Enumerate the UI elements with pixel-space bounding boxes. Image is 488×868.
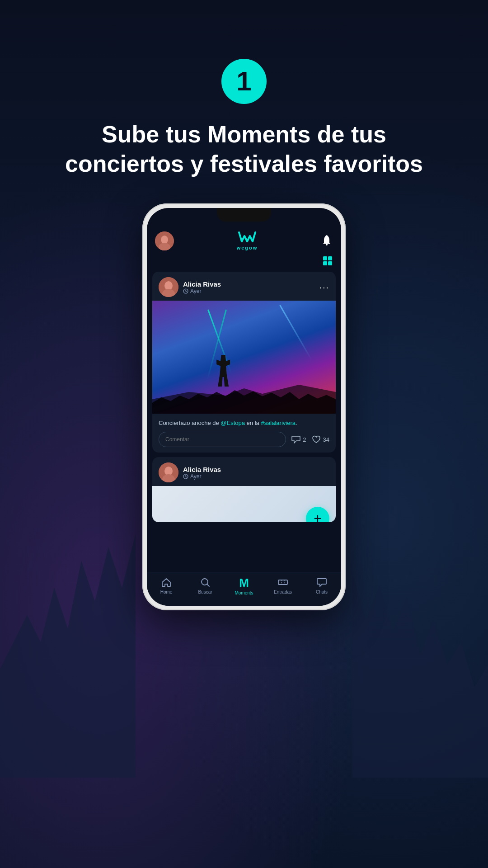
search-icon <box>200 577 211 588</box>
add-moment-button[interactable]: + <box>306 507 329 522</box>
nav-item-search[interactable]: Buscar <box>192 577 219 594</box>
post-card-1: Alicia Rivas Ayer ··· <box>152 272 336 453</box>
comment-input[interactable] <box>159 432 286 447</box>
phone-mockup: wegow <box>142 203 346 610</box>
phone-screen: wegow <box>147 208 341 606</box>
nav-item-home[interactable]: Home <box>153 577 180 594</box>
post-2-avatar[interactable] <box>159 462 178 482</box>
comment-icon <box>291 435 300 443</box>
phone-notch <box>217 208 271 222</box>
post-2-image: + <box>152 486 336 522</box>
bottom-nav: Home Buscar M Moments <box>147 572 341 606</box>
heart-icon <box>312 435 321 443</box>
grid-view-button[interactable] <box>322 255 333 268</box>
svg-rect-5 <box>328 256 332 260</box>
svg-point-3 <box>326 244 328 245</box>
wegow-label: wegow <box>237 245 258 250</box>
wegow-logo: wegow <box>237 231 258 250</box>
nav-label-home: Home <box>160 590 173 594</box>
post-1-actions: 2 34 <box>159 432 329 447</box>
post-1-more-button[interactable]: ··· <box>319 282 329 292</box>
phone-header: wegow <box>147 226 341 255</box>
likes-count[interactable]: 34 <box>312 435 329 443</box>
phone-outer: wegow <box>142 203 346 610</box>
home-icon <box>161 577 172 588</box>
post-2-time: Ayer <box>183 473 221 480</box>
svg-rect-4 <box>323 256 327 260</box>
nav-item-tickets[interactable]: Entradas <box>269 577 296 594</box>
nav-label-search: Buscar <box>198 590 212 594</box>
post-1-user-info: Alicia Rivas Ayer <box>183 280 221 294</box>
laser-beam-3 <box>279 305 312 360</box>
headline-text: Sube tus Moments de tus conciertos y fes… <box>63 120 425 179</box>
post-1-time: Ayer <box>183 288 221 294</box>
nav-label-chats: Chats <box>316 590 328 594</box>
post-2-user-info: Alicia Rivas Ayer <box>183 466 221 480</box>
ticket-icon <box>277 577 288 588</box>
grid-icon-area <box>147 255 341 272</box>
clock-icon <box>183 288 188 294</box>
post-2-header: Alicia Rivas Ayer <box>152 457 336 486</box>
headline: Sube tus Moments de tus conciertos y fes… <box>63 120 425 179</box>
performer-silhouette <box>216 355 230 387</box>
moments-icon: M <box>239 577 249 589</box>
svg-rect-7 <box>328 261 332 265</box>
bell-button[interactable] <box>320 234 333 248</box>
post-2-user: Alicia Rivas Ayer <box>159 462 221 482</box>
svg-rect-6 <box>323 261 327 265</box>
post-1-footer: Conciertazo anoche de @Estopa en la #sal… <box>152 414 336 453</box>
chat-icon <box>316 577 327 588</box>
post-1-header: Alicia Rivas Ayer ··· <box>152 272 336 301</box>
post-1-user: Alicia Rivas Ayer <box>159 277 221 297</box>
clock-icon-2 <box>183 474 188 479</box>
nav-label-moments: Moments <box>235 590 253 595</box>
nav-item-moments[interactable]: M Moments <box>230 577 258 595</box>
post-2-username: Alicia Rivas <box>183 466 221 473</box>
svg-rect-17 <box>278 580 287 585</box>
step-circle: 1 <box>221 59 267 104</box>
post-1-avatar[interactable] <box>159 277 178 297</box>
svg-point-1 <box>161 236 168 244</box>
nav-label-tickets: Entradas <box>274 590 292 594</box>
user-avatar[interactable] <box>155 231 174 250</box>
comments-count[interactable]: 2 <box>291 435 306 443</box>
post-1-username: Alicia Rivas <box>183 280 221 288</box>
post-1-image <box>152 301 336 414</box>
nav-item-chats[interactable]: Chats <box>308 577 335 594</box>
step-number: 1 <box>236 68 251 95</box>
post-card-2: Alicia Rivas Ayer <box>152 457 336 522</box>
post-1-caption: Conciertazo anoche de @Estopa en la #sal… <box>159 419 329 427</box>
